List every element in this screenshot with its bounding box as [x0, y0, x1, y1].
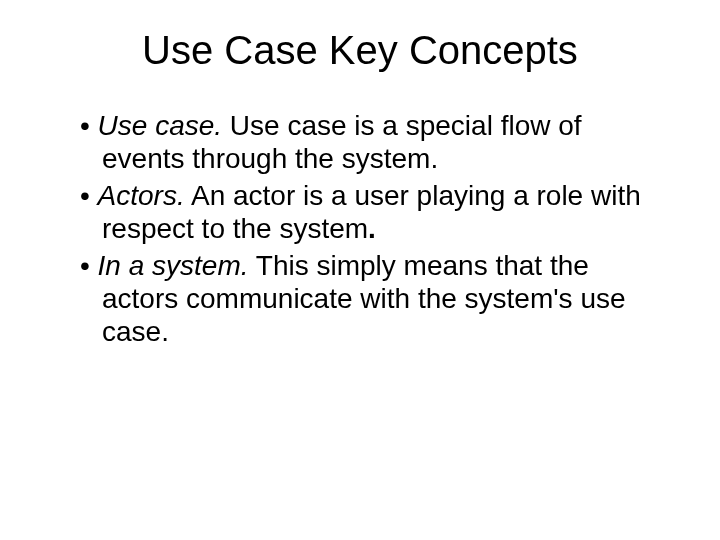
slide: Use Case Key Concepts Use case. Use case… — [0, 0, 720, 540]
bullet-term: In a system. — [98, 250, 249, 281]
list-item: Use case. Use case is a special flow of … — [80, 109, 660, 175]
slide-title: Use Case Key Concepts — [50, 28, 670, 73]
bullet-term: Use case. — [98, 110, 223, 141]
bullet-term: Actors. — [98, 180, 185, 211]
list-item: In a system. This simply means that the … — [80, 249, 660, 348]
bullet-dot: . — [368, 213, 376, 244]
list-item: Actors. An actor is a user playing a rol… — [80, 179, 660, 245]
bullet-list: Use case. Use case is a special flow of … — [50, 109, 670, 348]
